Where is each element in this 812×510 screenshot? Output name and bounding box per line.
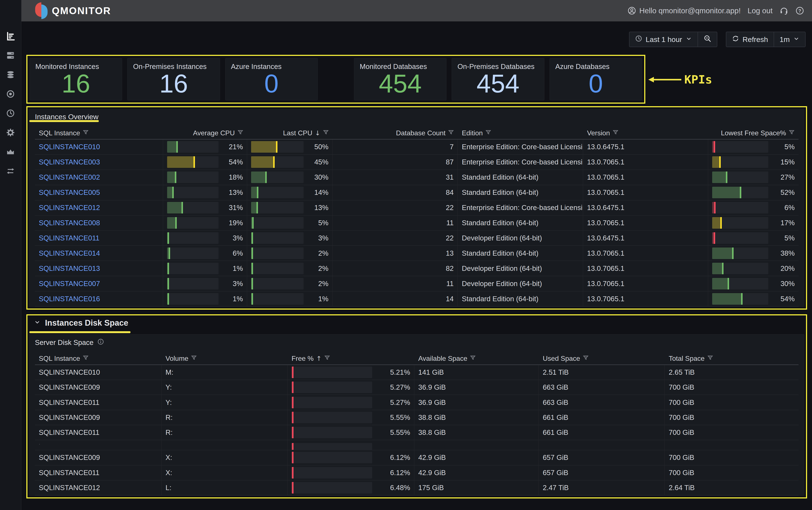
column-header[interactable]: Last CPU ↓ [247,129,333,137]
disk-panel-title: Server Disk Space [35,338,93,347]
filter-icon[interactable] [448,129,454,137]
top-nav-right: Hello qmonitor@qmonitor.app! Log out ? [627,6,804,15]
column-header[interactable]: Total Space [665,355,799,362]
gauge-cell: 15% [708,155,799,170]
available-space-cell: 42.9 GiB [414,466,539,480]
column-header[interactable]: Available Space [414,355,539,362]
filter-icon[interactable] [485,129,491,137]
column-header[interactable]: Version [583,129,708,137]
column-header[interactable]: Free % ↑ [288,355,414,362]
gauge-fill [167,141,178,153]
column-header[interactable]: Average CPU [163,129,247,137]
overview-table: SQL Instance Average CPU Last CPU ↓ Data… [35,127,799,307]
filter-icon[interactable] [237,129,243,137]
used-space-cell: 661 GiB [539,410,665,425]
sql-instance-link[interactable]: SQLINSTANCE003 [39,158,100,166]
gauge-value: 6.12% [372,453,410,461]
column-header[interactable]: SQL Instance [35,129,163,137]
edition-cell: Standard Edition (64-bit) [458,185,583,200]
gauge-track [292,382,372,393]
disk-section-toggle[interactable]: Instances Disk Space [34,319,128,328]
column-header[interactable]: Database Count [333,129,458,137]
column-header-label: Average CPU [193,129,235,137]
sidebar-item-servers[interactable] [6,51,16,61]
kpi-panel: Azure Databases 0 [550,58,642,100]
column-header[interactable]: Used Space [539,355,665,362]
sidebar-item-database[interactable] [6,70,16,80]
column-header[interactable]: SQL Instance [35,355,162,362]
time-range-picker[interactable]: Last 1 hour [630,32,698,47]
column-header[interactable]: Edition [458,129,583,137]
version-cell: 13.0.7065.1 [583,155,708,170]
refresh-interval-picker[interactable]: 1m [774,32,805,47]
time-range-group: Last 1 hour [629,32,717,47]
column-header-label: SQL Instance [39,129,80,137]
sql-instance-link[interactable]: SQLINSTANCE012 [39,204,100,212]
filter-icon[interactable] [323,129,329,137]
filter-icon[interactable] [191,355,197,362]
gauge-track [292,397,372,408]
gauge-value: 45% [303,158,328,166]
gauge-fill [292,467,293,479]
sidebar-item-crown[interactable] [6,147,16,157]
headset-icon[interactable] [779,6,788,15]
disk-panel-title-row: Server Disk Space [35,338,799,347]
gauge-cell: 5% [708,140,799,154]
logout-button[interactable]: Log out [748,6,773,15]
database-count-cell: 87 [333,155,458,170]
sql-instance-link[interactable]: SQLINSTANCE011 [39,234,99,242]
brand-title: QMONITOR [52,5,111,17]
filter-icon[interactable] [612,129,618,137]
gauge-track [251,247,304,259]
column-header-label: Total Space [669,355,704,362]
gauge-fill [251,202,258,213]
sql-instance-cell: SQLINSTANCE011 [35,425,162,440]
sql-instance-link[interactable]: SQLINSTANCE007 [39,280,100,288]
sql-instance-cell: SQLINSTANCE008 [35,216,163,230]
column-header[interactable]: Volume [162,355,288,362]
gauge-value: 30% [768,280,795,288]
info-circle-icon[interactable] [97,338,104,347]
edition-cell: Enterprise Edition: Core-based Licensing… [458,155,583,170]
zoom-out-button[interactable] [698,32,717,47]
sidebar-item-gear[interactable] [6,128,16,138]
column-header[interactable]: Lowest Free Space% [708,129,799,137]
sidebar-item-record-circle[interactable] [6,90,16,99]
sidebar-item-chart-bar[interactable] [6,32,16,41]
filter-icon[interactable] [583,355,589,362]
gauge-fill [167,172,176,183]
gauge-fill [712,187,741,198]
filter-icon[interactable] [83,129,89,137]
sql-instance-link[interactable]: SQLINSTANCE005 [39,188,100,197]
sql-instance-link[interactable]: SQLINSTANCE016 [39,295,100,303]
sql-instance-link[interactable]: SQLINSTANCE002 [39,173,100,181]
help-circle-icon[interactable]: ? [795,6,804,15]
filter-icon[interactable] [470,355,476,362]
gauge-value: 19% [219,219,243,227]
disk-table: SQL Instance Volume Free % ↑ Available S… [35,353,799,496]
filter-icon[interactable] [707,355,713,362]
refresh-button[interactable]: Refresh [726,32,774,47]
sql-instance-link[interactable]: SQLINSTANCE013 [39,264,100,273]
volume-cell: M: [162,365,288,380]
sidebar-item-exchange-arrows[interactable] [6,167,16,176]
gauge-fill [167,156,195,168]
filter-icon[interactable] [324,355,330,362]
gauge-cell: 54% [163,155,247,170]
gauge-value: 5.27% [372,398,410,407]
sql-instance-cell: SQLINSTANCE011 [35,466,162,480]
gauge-cell: 30% [708,276,799,291]
kpi-panel: On-Premises Instances 16 [127,58,220,100]
sql-instance-link[interactable]: SQLINSTANCE014 [39,249,100,257]
disk-title-underline [29,331,130,333]
gauge-track [251,232,304,244]
sidebar-item-clock[interactable] [6,109,16,119]
dashboard-page: QMONITOR Hello qmonitor@qmonitor.app! Lo… [0,0,812,510]
sql-instance-link[interactable]: SQLINSTANCE008 [39,219,100,227]
filter-icon[interactable] [789,129,795,137]
chevron-down-icon [34,319,41,328]
gauge-cell: 18% [163,170,247,185]
filter-icon[interactable] [83,355,89,362]
gauge-value: 21% [219,143,243,151]
sql-instance-link[interactable]: SQLINSTANCE010 [39,143,100,151]
